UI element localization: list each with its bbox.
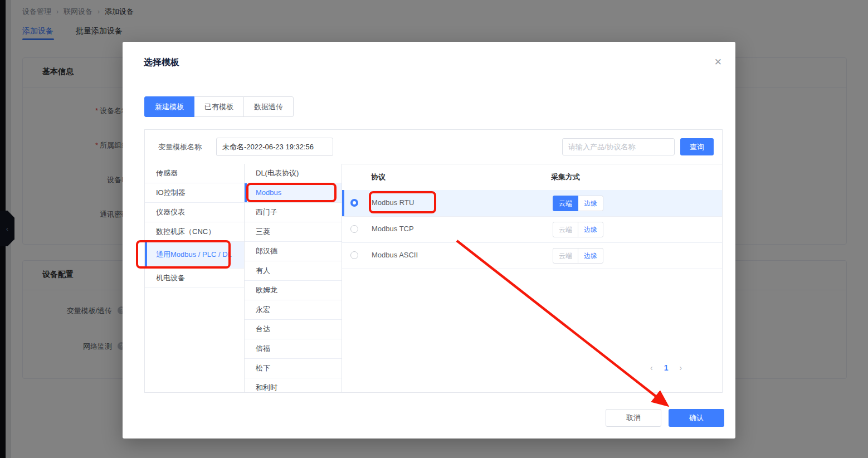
protocol-name: Modbus TCP	[372, 225, 414, 233]
collect-mode-group: 云端 边缘	[553, 248, 603, 264]
category-item-panasonic[interactable]: 松下	[245, 359, 342, 378]
category-item-beckhoff[interactable]: 倍福	[245, 339, 342, 359]
template-name-row: 变量模板名称 查询	[145, 130, 722, 164]
column-header-protocol: 协议	[371, 172, 386, 182]
tab-new-template[interactable]: 新建模板	[144, 96, 194, 117]
category-item-electromechanical[interactable]: 机电设备	[145, 269, 244, 288]
category-item-delta[interactable]: 台达	[245, 320, 342, 339]
edge-mode-button[interactable]: 边缘	[578, 248, 603, 264]
category-item-langhande[interactable]: 郎汉德	[245, 242, 342, 261]
protocol-table: 协议 采集方式 Modbus RTU 云端 边缘 Modbus TCP 云端 边…	[342, 164, 722, 392]
template-name-input[interactable]	[216, 138, 333, 156]
category-item-omron[interactable]: 欧姆龙	[245, 281, 342, 300]
protocol-table-header: 协议 采集方式	[342, 164, 722, 191]
pager-page-1[interactable]: 1	[664, 363, 669, 372]
column-header-collect-mode: 采集方式	[551, 172, 580, 182]
query-button[interactable]: 查询	[680, 138, 714, 155]
cloud-mode-button[interactable]: 云端	[553, 196, 578, 211]
tab-data-passthrough[interactable]: 数据透传	[243, 96, 294, 117]
category-item-hollysys[interactable]: 和利时	[245, 378, 342, 392]
table-row-modbus-ascii[interactable]: Modbus ASCII 云端 边缘	[342, 242, 722, 269]
template-mode-tabs: 新建模板 已有模板 数据透传	[144, 96, 294, 117]
cloud-mode-button[interactable]: 云端	[553, 222, 578, 237]
radio-unselected[interactable]	[350, 225, 358, 233]
category-column-1: 传感器 IO控制器 仪器仪表 数控机床（CNC） 通用Modbus / PLC …	[145, 164, 245, 392]
select-template-dialog: 选择模板 ✕ 新建模板 已有模板 数据透传 变量模板名称 查询 传感器 IO控制…	[123, 42, 735, 438]
category-item-mitsubishi[interactable]: 三菱	[245, 222, 342, 242]
radio-unselected[interactable]	[350, 251, 358, 259]
collect-mode-group: 云端 边缘	[553, 196, 603, 211]
category-item-modbus[interactable]: Modbus	[245, 183, 342, 203]
dialog-title: 选择模板	[144, 57, 179, 69]
table-row-modbus-rtu[interactable]: Modbus RTU 云端 边缘	[342, 190, 722, 217]
category-item-cnc[interactable]: 数控机床（CNC）	[145, 222, 244, 242]
category-item-io-controller[interactable]: IO控制器	[145, 183, 244, 203]
pager-next-icon[interactable]: ›	[679, 363, 682, 372]
template-content-box: 变量模板名称 查询 传感器 IO控制器 仪器仪表 数控机床（CNC） 通用Mod…	[144, 129, 723, 393]
confirm-button[interactable]: 确认	[669, 409, 724, 427]
edge-mode-button[interactable]: 边缘	[578, 196, 603, 211]
category-item-siemens[interactable]: 西门子	[245, 203, 342, 222]
radio-selected[interactable]	[350, 199, 358, 207]
cloud-mode-button[interactable]: 云端	[553, 248, 578, 264]
edge-mode-button[interactable]: 边缘	[578, 222, 603, 237]
collect-mode-group: 云端 边缘	[553, 222, 603, 237]
protocol-name: Modbus ASCII	[372, 251, 418, 259]
cancel-button[interactable]: 取消	[606, 409, 661, 427]
template-name-label: 变量模板名称	[158, 142, 202, 152]
pager-prev-icon[interactable]: ‹	[650, 363, 653, 372]
category-item-dl-meter[interactable]: DL(电表协议)	[245, 164, 342, 183]
category-item-instrument[interactable]: 仪器仪表	[145, 203, 244, 222]
category-item-generic-modbus-plc-dl[interactable]: 通用Modbus / PLC / DL	[145, 242, 244, 269]
category-item-sensor[interactable]: 传感器	[145, 164, 244, 183]
protocol-name: Modbus RTU	[372, 198, 414, 207]
tab-existing-template[interactable]: 已有模板	[194, 96, 244, 117]
category-item-usr[interactable]: 有人	[245, 261, 342, 281]
close-icon[interactable]: ✕	[714, 57, 722, 67]
table-row-modbus-tcp[interactable]: Modbus TCP 云端 边缘	[342, 216, 722, 243]
search-input[interactable]	[562, 138, 675, 155]
pagination: ‹ 1 ›	[650, 363, 682, 372]
category-column-2: DL(电表协议) Modbus 西门子 三菱 郎汉德 有人 欧姆龙 永宏 台达 …	[245, 164, 342, 392]
category-item-fatek[interactable]: 永宏	[245, 300, 342, 320]
